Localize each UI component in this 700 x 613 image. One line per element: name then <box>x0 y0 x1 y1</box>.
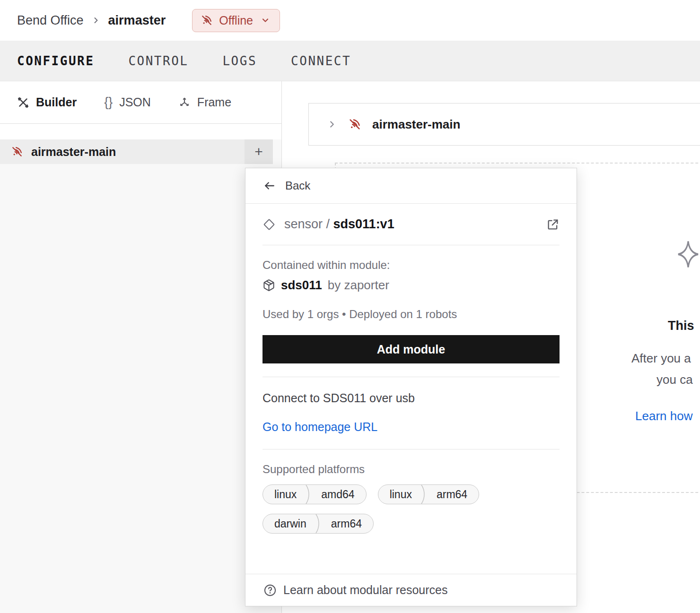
hammer-wrench-icon <box>17 96 29 109</box>
module-author: by zaporter <box>328 278 389 293</box>
platform-pill: darwin arm64 <box>262 514 374 534</box>
app-root: Bend Office airmaster Offline <box>0 0 700 613</box>
empty-state-heading: This <box>668 319 694 333</box>
package-icon <box>262 279 275 292</box>
empty-state-text-line2: you ca <box>656 372 693 387</box>
model-name: sds011:v1 <box>333 217 394 231</box>
resource-row: airmaster-main + <box>0 139 281 164</box>
divider <box>262 449 560 449</box>
chevron-right-icon <box>91 16 101 25</box>
module-title-row: sensor / sds011:v1 <box>262 217 560 232</box>
platform-arch: arm64 <box>320 514 373 533</box>
chevron-right-icon[interactable] <box>327 119 337 130</box>
breadcrumb-org[interactable]: Bend Office <box>17 13 84 28</box>
external-link-icon[interactable] <box>546 218 560 231</box>
wifi-off-icon <box>200 14 213 27</box>
divider <box>262 377 560 377</box>
subtab-json[interactable]: {} JSON <box>104 95 151 110</box>
module-byline: sds011 by zaporter <box>262 278 560 293</box>
wifi-off-icon <box>348 117 362 131</box>
learn-how-link[interactable]: Learn how <box>635 409 692 423</box>
braces-icon: {} <box>104 95 113 110</box>
platform-pill: linux arm64 <box>378 484 480 504</box>
arrow-left-icon <box>263 180 276 192</box>
subtab-frame-label: Frame <box>197 95 231 109</box>
module-name: sds011 <box>281 278 322 293</box>
tab-logs[interactable]: LOGS <box>222 54 257 68</box>
machine-tabbar: CONFIGURE CONTROL LOGS CONNECT <box>0 41 700 81</box>
model-family: sensor / <box>284 217 333 231</box>
breadcrumb: Bend Office airmaster <box>17 13 166 28</box>
platform-os: darwin <box>263 514 318 533</box>
tab-configure[interactable]: CONFIGURE <box>17 54 94 68</box>
machine-part-name: airmaster-main <box>372 117 460 132</box>
status-label: Offline <box>219 14 253 27</box>
platform-pill: linux amd64 <box>262 484 367 504</box>
frame-axes-icon <box>178 96 191 109</box>
top-header: Bend Office airmaster Offline <box>0 0 700 41</box>
resource-name: airmaster-main <box>31 145 116 159</box>
homepage-url-link[interactable]: Go to homepage URL <box>262 420 560 434</box>
platform-arch: arm64 <box>425 485 479 504</box>
sidebar-gap <box>0 124 281 139</box>
resource-item-airmaster-main[interactable]: airmaster-main <box>0 139 245 164</box>
configure-sidebar: Builder {} JSON Frame <box>0 81 282 613</box>
add-module-button[interactable]: Add module <box>262 335 560 363</box>
sparkle-icon <box>677 240 699 268</box>
back-button[interactable]: Back <box>245 168 577 204</box>
help-circle-icon <box>263 584 277 597</box>
module-description: Connect to SDS011 over usb <box>262 391 560 405</box>
contained-label: Contained within module: <box>262 259 560 272</box>
module-detail-popover: Back sensor / sds011:v1 Contained within… <box>245 168 577 606</box>
learn-modular-resources-link[interactable]: Learn about modular resources <box>245 574 577 606</box>
platform-os: linux <box>263 485 308 504</box>
wifi-off-icon <box>10 145 24 158</box>
usage-stats: Used by 1 orgs • Deployed on 1 robots <box>262 308 560 321</box>
subtab-builder-label: Builder <box>36 95 77 109</box>
breadcrumb-machine: airmaster <box>108 13 166 28</box>
platform-os: linux <box>378 485 423 504</box>
configure-subtabs: Builder {} JSON Frame <box>0 81 281 124</box>
diamond-icon <box>262 218 276 231</box>
divider <box>262 245 560 245</box>
add-resource-button[interactable]: + <box>245 139 273 164</box>
platforms-label: Supported platforms <box>262 463 560 476</box>
subtab-frame[interactable]: Frame <box>178 95 231 109</box>
subtab-json-label: JSON <box>119 95 151 109</box>
machine-part-card[interactable]: airmaster-main <box>308 103 700 146</box>
platform-arch: amd64 <box>310 485 366 504</box>
module-title: sensor / sds011:v1 <box>284 217 394 232</box>
back-label: Back <box>285 179 310 192</box>
subtab-builder[interactable]: Builder <box>17 95 77 109</box>
machine-status-dropdown[interactable]: Offline <box>192 9 280 32</box>
chevron-down-icon <box>261 16 270 25</box>
empty-state-text-line1: After you a <box>631 351 691 366</box>
tab-connect[interactable]: CONNECT <box>291 54 351 68</box>
platform-pills: linux amd64 linux arm64 darwin arm64 <box>262 484 508 534</box>
footer-link-label: Learn about modular resources <box>283 583 447 597</box>
tab-control[interactable]: CONTROL <box>128 54 188 68</box>
